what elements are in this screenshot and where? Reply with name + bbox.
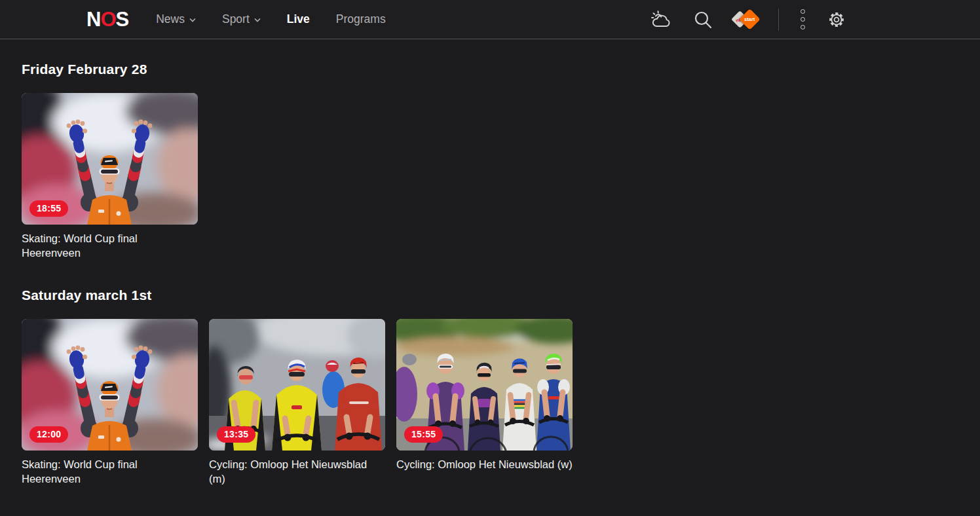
time-badge: 15:55 — [404, 426, 443, 443]
nav-item-programs[interactable]: Programs — [336, 12, 386, 26]
kebab-menu-icon[interactable] — [798, 7, 808, 32]
nav-item-sport[interactable]: Sport — [222, 12, 261, 26]
card-title: Cycling: Omloop Het Nieuwsblad (w) — [396, 457, 588, 471]
nos-logo[interactable]: N O S — [86, 8, 128, 31]
nav-label: Programs — [336, 12, 386, 26]
skating-thumbnail: 12:00 — [22, 319, 198, 451]
start-diamond: start — [739, 9, 761, 30]
weather-icon[interactable] — [649, 9, 674, 30]
logo-letter: N — [86, 8, 100, 31]
live-guide: Friday February 28 — [0, 62, 980, 486]
header-divider — [778, 9, 779, 31]
main-nav: News Sport Live Programs — [156, 12, 385, 26]
logo-letter: S — [116, 8, 129, 31]
section-heading: Friday February 28 — [22, 62, 980, 77]
chevron-down-icon — [189, 18, 196, 22]
npo-start-logo[interactable]: npo start — [732, 8, 759, 31]
nav-label: Sport — [222, 12, 250, 26]
time-badge: 13:35 — [217, 426, 255, 443]
logo-letter: O — [100, 8, 115, 31]
nav-item-news[interactable]: News — [156, 12, 196, 26]
nav-label: Live — [287, 12, 310, 26]
chevron-down-icon — [254, 18, 261, 22]
time-badge: 12:00 — [29, 426, 68, 443]
nav-label: News — [156, 12, 185, 26]
header-actions: npo start — [649, 7, 846, 32]
card-row: 12:00 Skating: World Cup final Heerenvee… — [22, 319, 980, 486]
settings-icon[interactable] — [827, 10, 846, 29]
nav-item-live[interactable]: Live — [287, 12, 310, 26]
day-section-friday: Friday February 28 — [22, 62, 980, 260]
broadcast-card-skating[interactable]: 12:00 Skating: World Cup final Heerenvee… — [22, 319, 198, 486]
broadcast-card-cycling-men[interactable]: 13:35 Cycling: Omloop Het Nieuwsblad (m) — [209, 319, 385, 486]
search-icon[interactable] — [693, 10, 713, 29]
day-section-saturday: Saturday march 1st — [22, 287, 980, 486]
card-title: Skating: World Cup final Heerenveen — [22, 457, 181, 486]
skating-thumbnail: 18:55 — [22, 93, 198, 225]
time-badge: 18:55 — [29, 200, 68, 217]
broadcast-card-skating[interactable]: 18:55 Skating: World Cup final Heerenvee… — [22, 93, 198, 260]
start-text: start — [744, 16, 755, 22]
cycling-women-thumbnail: 15:55 — [396, 319, 573, 451]
section-heading: Saturday march 1st — [22, 287, 980, 303]
broadcast-card-cycling-women[interactable]: 15:55 Cycling: Omloop Het Nieuwsblad (w) — [396, 319, 573, 486]
card-title: Skating: World Cup final Heerenveen — [22, 231, 181, 260]
top-navigation-bar: N O S News Sport Live Programs — [0, 0, 980, 39]
cycling-men-thumbnail: 13:35 — [209, 319, 385, 451]
card-title: Cycling: Omloop Het Nieuwsblad (m) — [209, 457, 369, 486]
card-row: 18:55 Skating: World Cup final Heerenvee… — [22, 93, 980, 260]
